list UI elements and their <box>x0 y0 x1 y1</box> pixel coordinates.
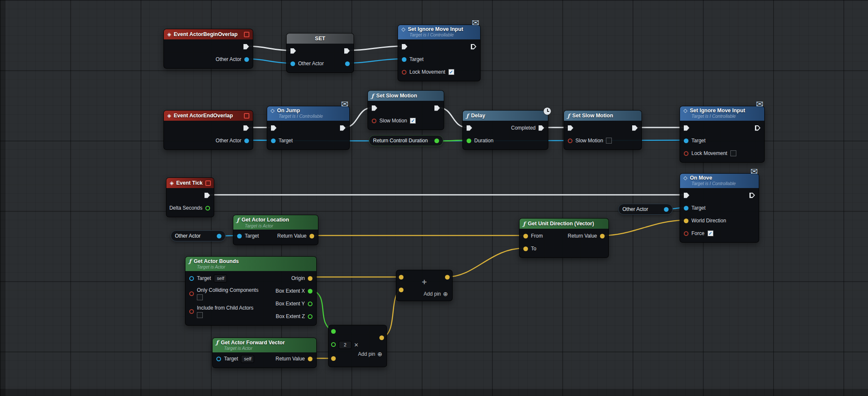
return-value-pin[interactable] <box>310 234 314 238</box>
delegate-pin[interactable] <box>205 180 211 186</box>
exec-out-pin[interactable] <box>340 125 346 131</box>
return-value-pin[interactable] <box>308 357 312 361</box>
node-header[interactable]: ƒ Set Slow Motion <box>368 91 444 101</box>
node-event-actorbeginoverlap[interactable]: ◈ Event ActorBeginOverlap Other Actor <box>163 29 253 69</box>
exec-in-pin[interactable] <box>684 193 689 198</box>
multiply-output-pin[interactable] <box>379 335 384 340</box>
node-set-ignore-move-input-1[interactable]: ✉ ◇Set Ignore Move Input Target is I Con… <box>398 25 481 81</box>
target-pin[interactable] <box>684 138 688 143</box>
node-get-other-actor-right[interactable]: Other Actor <box>618 204 673 215</box>
lock-movement-checkbox[interactable] <box>730 150 736 156</box>
exec-in-pin[interactable] <box>684 125 689 131</box>
add-pin-button[interactable]: Add pin⊕ <box>424 291 448 297</box>
delta-seconds-pin[interactable] <box>205 206 210 210</box>
exec-in-pin[interactable] <box>568 125 573 131</box>
target-pin[interactable] <box>237 234 242 238</box>
target-pin[interactable] <box>271 138 276 143</box>
multiply-input-b-pin[interactable] <box>331 342 336 347</box>
other-actor-out-pin[interactable] <box>244 138 249 143</box>
from-pin[interactable] <box>523 234 528 238</box>
node-get-actor-bounds[interactable]: ƒGet Actor Bounds Target is Actor Target… <box>185 256 317 326</box>
exec-out-pin[interactable] <box>755 125 760 131</box>
node-header[interactable]: ◈ Event ActorEndOverlap <box>164 111 253 121</box>
node-header[interactable]: SET <box>287 33 354 44</box>
box-extent-y-pin[interactable] <box>308 302 312 306</box>
target-pin[interactable] <box>189 276 194 281</box>
target-pin[interactable] <box>216 357 221 361</box>
node-header[interactable]: ◈ Event ActorBeginOverlap <box>164 29 253 39</box>
exec-in-pin[interactable] <box>290 48 296 54</box>
exec-out-pin[interactable] <box>471 44 476 50</box>
node-get-actor-forward-vector[interactable]: ƒGet Actor Forward Vector Target is Acto… <box>212 338 317 368</box>
slow-motion-pin[interactable] <box>568 138 572 143</box>
node-on-move[interactable]: ✉ ◇On Move Target is I Controllable Targ… <box>680 173 759 243</box>
exec-out-pin[interactable] <box>243 44 249 50</box>
box-extent-z-pin[interactable] <box>308 314 312 319</box>
node-header[interactable]: ƒ Set Slow Motion <box>564 111 641 121</box>
duration-pin[interactable] <box>467 138 471 143</box>
node-header[interactable]: ◈ Event Tick <box>166 178 214 188</box>
exec-out-pin[interactable] <box>243 125 249 131</box>
to-pin[interactable] <box>523 246 528 251</box>
target-pin[interactable] <box>684 206 688 210</box>
target-pin[interactable] <box>402 57 406 62</box>
exec-in-pin[interactable] <box>271 125 276 131</box>
return-value-pin[interactable] <box>600 234 605 238</box>
add-pin-button[interactable]: Add pin⊕ <box>358 351 382 357</box>
exec-in-pin[interactable] <box>402 44 407 50</box>
blueprint-canvas[interactable]: ◈ Event ActorBeginOverlap Other Actor SE… <box>0 0 868 396</box>
node-get-return-controll-duration[interactable]: Return Controll Duration <box>369 135 443 146</box>
other-actor-in-pin[interactable] <box>290 61 295 66</box>
force-pin[interactable] <box>684 231 688 236</box>
multiply-input-c-pin[interactable] <box>331 356 336 361</box>
slow-motion-checkbox[interactable] <box>606 138 612 144</box>
node-header[interactable]: ƒ Get Unit Direction (Vector) <box>520 219 608 229</box>
node-set-slow-motion-1[interactable]: ƒ Set Slow Motion Slow Motion✓ <box>368 90 444 130</box>
value-out-pin[interactable] <box>217 234 221 238</box>
node-header[interactable]: ◇Set Ignore Move Input Target is I Contr… <box>398 25 480 39</box>
multiply-value-field[interactable]: 2 <box>339 341 351 349</box>
origin-pin[interactable] <box>308 276 312 281</box>
node-delay[interactable]: ƒ Delay Completed Duration <box>462 110 548 150</box>
exec-in-pin[interactable] <box>467 125 472 131</box>
node-header[interactable]: ƒ Delay <box>463 111 548 121</box>
node-add[interactable]: + Add pin⊕ <box>396 270 453 301</box>
slow-motion-checkbox[interactable]: ✓ <box>410 118 416 124</box>
completed-exec-out-pin[interactable] <box>539 125 544 131</box>
node-get-unit-direction[interactable]: ƒ Get Unit Direction (Vector) From Retur… <box>519 218 609 258</box>
wire-add-to[interactable] <box>447 248 524 277</box>
node-header[interactable]: ƒGet Actor Bounds Target is Actor <box>185 257 316 271</box>
exec-out-pin[interactable] <box>749 193 755 198</box>
node-set-ignore-move-input-2[interactable]: ✉ ◇Set Ignore Move Input Target is I Con… <box>680 106 765 163</box>
target-self-field[interactable]: self <box>241 355 254 363</box>
add-input-b-pin[interactable] <box>399 288 404 292</box>
wire-exec-beginoverlap-set[interactable] <box>247 46 291 50</box>
wire-set-target1[interactable] <box>348 59 403 63</box>
exec-out-pin[interactable] <box>434 105 440 111</box>
include-child-checkbox[interactable] <box>197 312 203 318</box>
value-out-pin[interactable] <box>434 138 439 143</box>
include-child-pin[interactable] <box>189 309 194 314</box>
node-set-slow-motion-2[interactable]: ƒ Set Slow Motion Slow Motion <box>564 110 642 150</box>
other-actor-out-pin[interactable] <box>244 57 249 62</box>
only-colliding-pin[interactable] <box>189 291 194 296</box>
value-out-pin[interactable] <box>345 61 350 66</box>
lock-movement-pin[interactable] <box>684 151 688 156</box>
wire-otheractor-set[interactable] <box>247 59 291 63</box>
exec-out-pin[interactable] <box>632 125 638 131</box>
lock-movement-checkbox[interactable]: ✓ <box>448 69 454 75</box>
value-out-pin[interactable] <box>664 207 669 212</box>
world-direction-pin[interactable] <box>684 219 688 223</box>
node-header[interactable]: ◇On Move Target is I Controllable <box>680 174 759 188</box>
node-header[interactable]: ƒGet Actor Location Target is Actor <box>233 215 318 230</box>
node-set-other-actor[interactable]: SET Other Actor <box>286 33 354 73</box>
node-on-jump[interactable]: ✉ ◇On Jump Target is I Controllable Targ… <box>267 106 350 150</box>
exec-in-pin[interactable] <box>372 105 377 111</box>
exec-out-pin[interactable] <box>205 193 210 198</box>
lock-movement-pin[interactable] <box>402 70 406 75</box>
node-header[interactable]: ◇Set Ignore Move Input Target is I Contr… <box>680 106 764 121</box>
node-event-tick[interactable]: ◈ Event Tick Delta Seconds <box>166 177 214 217</box>
slow-motion-pin[interactable] <box>372 119 376 123</box>
force-checkbox[interactable]: ✓ <box>708 230 713 236</box>
node-get-other-actor-left[interactable]: Other Actor <box>171 230 226 241</box>
